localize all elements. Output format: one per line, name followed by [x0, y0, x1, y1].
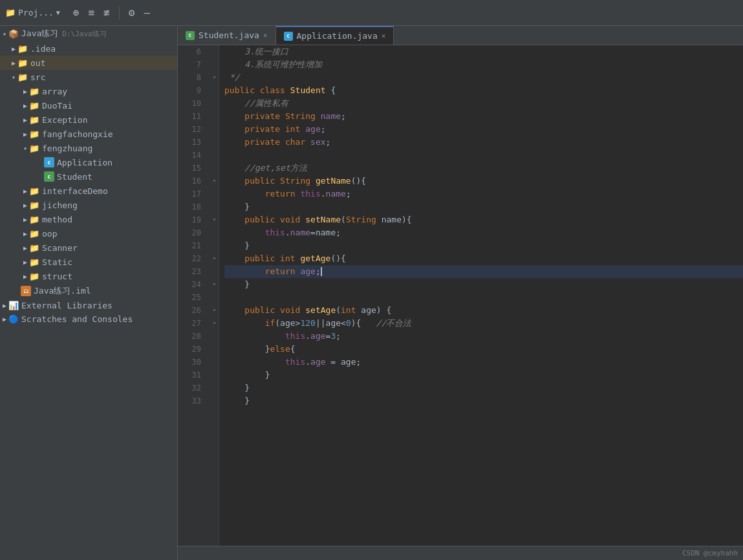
code-30-semi: ; — [356, 356, 361, 369]
fengzhuang-arrow: ▾ — [23, 145, 27, 152]
code-line-32: } — [224, 382, 743, 394]
status-text: CSDN @cmyhahh — [682, 549, 738, 557]
sidebar[interactable]: ▾ 📦 Java练习 D:\Java练习 ▶ 📁 .idea ▶ 📁 out ▾… — [0, 26, 178, 560]
sidebar-item-fangfachongxie[interactable]: ▶ 📁 fangfachongxie — [0, 127, 177, 141]
sidebar-item-array[interactable]: ▶ 📁 array — [0, 84, 177, 98]
code-22-getage: getAge — [300, 252, 330, 265]
code-27-lt: < — [341, 317, 346, 330]
scratch-icon: 🔵 — [8, 314, 19, 324]
sidebar-item-struct[interactable]: ▶ 📁 struct — [0, 269, 177, 283]
array-label: array — [42, 87, 67, 96]
static-label: Static — [42, 257, 72, 267]
code-29-indent — [224, 343, 265, 356]
line-num-20: 20 — [178, 226, 205, 239]
code-9-class: class — [260, 84, 290, 97]
sidebar-item-out[interactable]: ▶ 📁 out — [0, 56, 177, 70]
oop-label: oop — [42, 229, 57, 239]
code-28-indent — [224, 330, 285, 343]
sidebar-item-application[interactable]: c Application — [0, 155, 177, 169]
extlib-icon: 📊 — [8, 301, 19, 310]
duotai-folder-icon: 📁 — [29, 100, 39, 111]
code-30-indent — [224, 356, 285, 369]
gutter: • • • • • • • — [210, 45, 219, 546]
src-arrow: ▾ — [12, 74, 16, 81]
sidebar-item-scanner[interactable]: ▶ 📁 Scanner — [0, 241, 177, 255]
tab-application-close[interactable]: ✕ — [382, 32, 386, 40]
code-19-public: public — [244, 213, 280, 226]
code-13-sex: sex — [310, 136, 325, 149]
sidebar-item-jicheng[interactable]: ▶ 📁 jicheng — [0, 198, 177, 212]
code-12-age: age — [305, 123, 320, 136]
minimize-icon[interactable]: — — [141, 5, 153, 20]
code-26-indent — [224, 304, 244, 317]
root-path: D:\Java练习 — [62, 29, 106, 39]
code-line-15: //get,set方法 — [224, 162, 743, 175]
sidebar-item-src[interactable]: ▾ 📁 src — [0, 70, 177, 84]
dropdown-icon[interactable]: ▼ — [56, 9, 60, 16]
sidebar-item-extlib[interactable]: ▶ 📊 External Libraries — [0, 299, 177, 312]
collapse-icon[interactable]: ≢ — [101, 5, 113, 20]
sidebar-item-interfacedemo[interactable]: ▶ 📁 interfaceDemo — [0, 184, 177, 198]
array-folder-icon: 📁 — [29, 86, 39, 96]
fengzhuang-folder-icon: 📁 — [29, 143, 39, 153]
tab-application[interactable]: c Application.java ✕ — [276, 26, 394, 45]
line-num-9: 9 — [178, 84, 205, 97]
sidebar-item-fengzhuang[interactable]: ▾ 📁 fengzhuang — [0, 141, 177, 155]
sidebar-item-idea[interactable]: ▶ 📁 .idea — [0, 41, 177, 56]
sync-icon[interactable]: ≡ — [85, 5, 97, 20]
code-30-eq: = — [326, 356, 341, 369]
code-23-return: return — [265, 265, 301, 278]
sidebar-item-oop[interactable]: ▶ 📁 oop — [0, 226, 177, 241]
code-33-indent — [224, 394, 244, 407]
code-16-public: public — [244, 175, 280, 188]
gutter-10 — [210, 97, 219, 110]
idea-label: .idea — [30, 44, 56, 54]
tab-student[interactable]: c Student.java ✕ — [178, 26, 276, 45]
line-num-26: 26 — [178, 304, 205, 317]
add-icon[interactable]: ⊕ — [70, 5, 82, 20]
exception-label: Exception — [42, 115, 87, 125]
code-editor[interactable]: 6 7 8 9 10 11 12 13 14 15 16 17 18 19 20… — [178, 45, 743, 546]
code-17-dot: . — [321, 188, 326, 200]
student-label: Student — [57, 172, 92, 182]
code-26-age: age — [361, 304, 376, 317]
code-content[interactable]: 3.统一接口 4.系统可维护性增加 */ public class Studen… — [219, 45, 743, 546]
code-11-string: String — [285, 110, 321, 123]
code-line-9: public class Student { — [224, 84, 743, 97]
gutter-18 — [210, 200, 219, 213]
code-12-int: int — [285, 123, 305, 136]
gutter-8: • — [210, 71, 219, 84]
code-13-char: char — [285, 136, 310, 149]
code-line-19: public void setName(String name){ — [224, 213, 743, 226]
sidebar-item-method[interactable]: ▶ 📁 method — [0, 212, 177, 226]
line-num-14: 14 — [178, 149, 205, 162]
line-num-33: 33 — [178, 394, 205, 407]
code-17-indent — [224, 188, 265, 200]
code-26-open: ( — [336, 304, 341, 317]
code-20-eq: = — [310, 226, 316, 239]
code-26-close: ) { — [376, 304, 391, 317]
code-16-string: String — [280, 175, 316, 188]
sidebar-root[interactable]: ▾ 📦 Java练习 D:\Java练习 — [0, 26, 177, 41]
line-num-13: 13 — [178, 136, 205, 149]
project-title: Proj... — [18, 8, 54, 17]
sidebar-item-exception[interactable]: ▶ 📁 Exception — [0, 113, 177, 127]
settings-icon[interactable]: ⚙ — [126, 5, 138, 20]
code-line-18: } — [224, 200, 743, 213]
code-21-brace: } — [244, 239, 250, 252]
code-30-this: this — [285, 356, 305, 369]
duotai-arrow: ▶ — [23, 102, 27, 109]
code-31-indent — [224, 369, 265, 382]
oop-arrow: ▶ — [23, 230, 27, 237]
sidebar-item-scratch[interactable]: ▶ 🔵 Scratches and Consoles — [0, 312, 177, 326]
exception-arrow: ▶ — [23, 116, 27, 124]
sidebar-item-student[interactable]: c Student — [0, 169, 177, 184]
sidebar-item-static[interactable]: ▶ 📁 Static — [0, 255, 177, 269]
tab-bar: c Student.java ✕ c Application.java ✕ — [178, 26, 743, 45]
code-11-indent — [224, 110, 244, 123]
sidebar-item-duotai[interactable]: ▶ 📁 DuoTai — [0, 98, 177, 113]
code-23-indent — [224, 265, 265, 278]
sidebar-item-iml[interactable]: 🗂 Java练习.iml — [0, 283, 177, 299]
tab-student-close[interactable]: ✕ — [263, 31, 268, 39]
line-num-16: 16 — [178, 175, 205, 188]
